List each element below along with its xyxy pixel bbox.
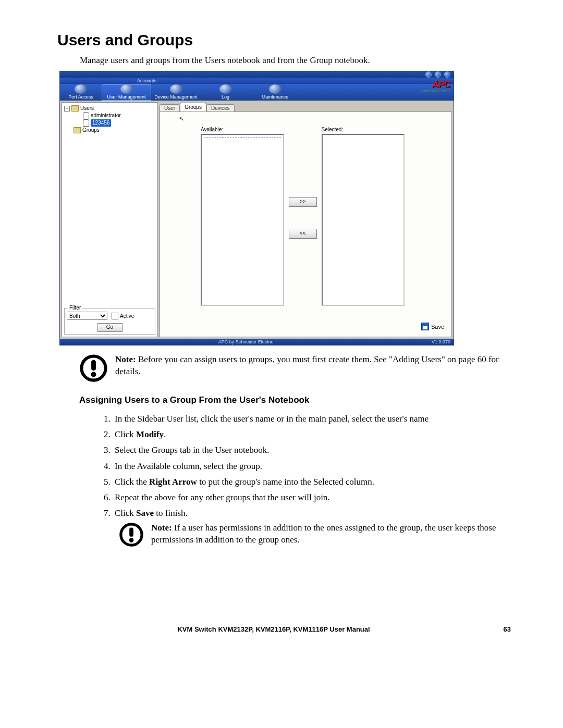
svg-point-5 <box>129 538 134 543</box>
step-item: Click the Right Arrow to put the group's… <box>113 475 511 489</box>
page-title: Users and Groups <box>57 31 511 49</box>
filter-box: Filter Both Active Go <box>64 308 155 335</box>
nav-label: Port Access <box>68 94 93 100</box>
log-icon <box>219 84 232 94</box>
main-panel: User Groups Devices ↖ Available: >> << <box>160 102 452 337</box>
lead-paragraph: Manage users and groups from the Users n… <box>80 55 511 66</box>
tree-label: Users <box>80 105 94 112</box>
nav-device-management[interactable]: Device Management <box>151 84 201 101</box>
nav-maintenance[interactable]: Maintenance <box>250 84 300 101</box>
step-item: Select the Groups tab in the User notebo… <box>113 443 511 457</box>
version-text: V1.0.070 <box>432 339 450 344</box>
warning-icon <box>79 354 108 382</box>
apc-logo: APC <box>421 80 450 89</box>
go-button[interactable]: Go <box>97 323 123 332</box>
note-label: Note: <box>151 523 172 533</box>
footer-page-number: 63 <box>490 625 511 633</box>
user-icon <box>120 84 133 94</box>
notebook-tabs: User Groups Devices <box>160 102 452 112</box>
tab-groups[interactable]: Groups <box>180 103 206 112</box>
menubar: Accounts <box>60 78 454 84</box>
save-bar: Save <box>421 323 444 330</box>
tree-label: Groups <box>82 127 100 134</box>
globe-icon <box>75 84 87 94</box>
nav-label: Log <box>222 94 229 100</box>
nav-user-management[interactable]: User Management <box>102 84 151 101</box>
note-text: Note: If a user has permissions in addit… <box>151 522 511 546</box>
selected-label: Selected: <box>322 127 405 132</box>
filter-legend: Filter <box>68 305 82 311</box>
step-item: Click Modify. <box>113 427 511 441</box>
tree-node-selected-user[interactable]: 123456 <box>64 119 155 127</box>
note-block: Note: If a user has permissions in addit… <box>119 522 511 547</box>
move-right-button[interactable]: >> <box>289 197 317 207</box>
wrench-icon <box>269 84 282 94</box>
selected-listbox[interactable] <box>322 134 405 306</box>
note-text: Note: Before you can assign users to gro… <box>115 354 511 378</box>
warning-icon <box>119 522 144 547</box>
note-block: Note: Before you can assign users to gro… <box>79 354 511 382</box>
move-buttons: >> << <box>288 127 317 309</box>
available-listbox[interactable] <box>201 134 284 306</box>
svg-rect-4 <box>129 528 133 537</box>
tab-devices[interactable]: Devices <box>206 104 235 112</box>
step-item: Click Save to finish. <box>113 506 511 520</box>
step-item: In the Sidebar User list, click the user… <box>113 412 511 426</box>
nav-label: Device Management <box>154 94 198 100</box>
available-column: Available: <box>201 127 284 309</box>
titlebar-icon[interactable] <box>444 71 450 78</box>
nav-label: Maintenance <box>262 94 289 100</box>
footer-title: KVM Switch KVM2132P, KVM2116P, KVM1116P … <box>177 625 370 633</box>
tree-label-selected: 123456 <box>91 119 111 127</box>
note-label: Note: <box>115 354 136 364</box>
move-left-button[interactable]: << <box>289 229 317 239</box>
tab-user[interactable]: User <box>160 104 180 112</box>
main-nav: Port Access User Management Device Manag… <box>60 84 454 101</box>
device-icon <box>170 84 182 94</box>
available-label: Available: <box>201 127 284 132</box>
menu-accounts[interactable]: Accounts <box>137 78 156 83</box>
svg-point-2 <box>91 372 96 377</box>
sidebar: − Users administrator 123456 Group <box>62 102 158 337</box>
brand-logo: APC Schneider Electric <box>421 80 450 93</box>
user-icon <box>83 119 89 127</box>
app-screenshot: Accounts Port Access User Management Dev… <box>59 71 454 346</box>
tree-node-users[interactable]: − Users <box>64 105 155 112</box>
titlebar-icon[interactable] <box>435 71 441 78</box>
titlebar-icon[interactable] <box>425 71 432 78</box>
save-button[interactable]: Save <box>431 324 444 330</box>
nav-port-access[interactable]: Port Access <box>60 84 102 101</box>
nav-log[interactable]: Log <box>201 84 250 101</box>
collapse-icon[interactable]: − <box>64 106 70 112</box>
tree-node-admin[interactable]: administrator <box>64 112 155 119</box>
checkbox-label: Active <box>120 313 134 319</box>
cursor-icon: ↖ <box>178 115 185 123</box>
user-tree: − Users administrator 123456 Group <box>62 103 157 136</box>
user-icon <box>83 112 89 119</box>
titlebar <box>60 71 454 78</box>
status-bar: APC by Schneider Electric V1.0.070 <box>60 339 454 345</box>
save-icon <box>421 323 429 330</box>
filter-select[interactable]: Both <box>67 312 107 320</box>
schneider-label: Schneider Electric <box>421 89 450 93</box>
nav-label: User Management <box>107 94 145 100</box>
tree-label: administrator <box>91 112 121 119</box>
page-footer: KVM Switch KVM2132P, KVM2116P, KVM1116P … <box>57 625 511 633</box>
filter-active-checkbox[interactable]: Active <box>112 313 134 319</box>
steps-list: In the Sidebar User list, click the user… <box>102 412 511 520</box>
selected-column: Selected: <box>322 127 405 309</box>
step-item: Repeat the above for any other groups th… <box>113 490 511 504</box>
svg-rect-1 <box>91 360 96 371</box>
step-item: In the Available column, select the grou… <box>113 459 511 473</box>
tab-content: ↖ Available: >> << Selected: <box>160 112 452 337</box>
status-text: APC by Schneider Electric <box>218 339 274 344</box>
checkbox-icon <box>112 313 118 319</box>
folder-icon <box>71 105 79 112</box>
subheading: Assigning Users to a Group From the User… <box>79 395 511 405</box>
tree-node-groups[interactable]: Groups <box>64 127 155 134</box>
folder-icon <box>74 127 81 133</box>
